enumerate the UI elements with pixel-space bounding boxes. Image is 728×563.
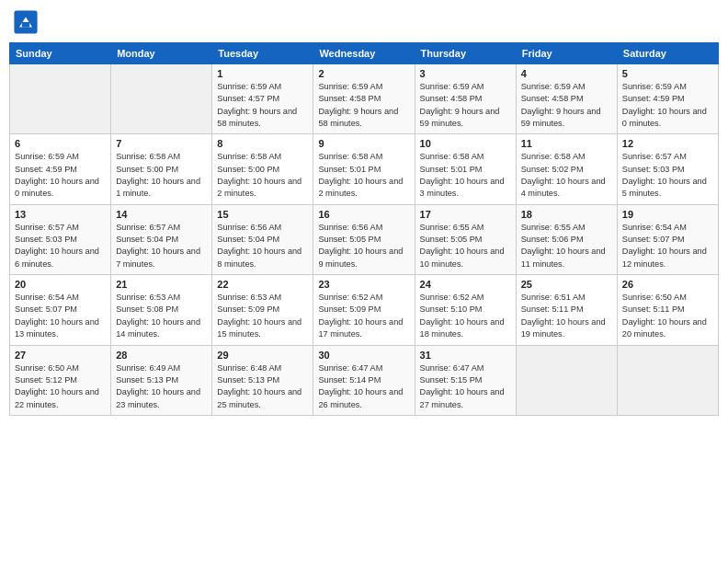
calendar-cell: 14Sunrise: 6:57 AM Sunset: 5:04 PM Dayli… [111,204,212,274]
calendar-cell: 7Sunrise: 6:58 AM Sunset: 5:00 PM Daylig… [111,134,212,204]
day-detail: Sunrise: 6:56 AM Sunset: 5:05 PM Dayligh… [318,222,409,270]
day-detail: Sunrise: 6:53 AM Sunset: 5:09 PM Dayligh… [217,292,308,340]
day-detail: Sunrise: 6:59 AM Sunset: 4:57 PM Dayligh… [217,81,308,130]
day-detail: Sunrise: 6:56 AM Sunset: 5:04 PM Dayligh… [217,222,308,270]
day-number: 9 [318,138,409,149]
calendar-cell: 22Sunrise: 6:53 AM Sunset: 5:09 PM Dayli… [212,275,313,345]
day-number: 21 [116,279,207,290]
calendar-cell: 13Sunrise: 6:57 AM Sunset: 5:03 PM Dayli… [10,204,111,274]
day-number: 23 [318,279,409,290]
day-number: 24 [420,279,511,290]
col-header-saturday: Saturday [617,43,718,64]
calendar-cell: 31Sunrise: 6:47 AM Sunset: 5:15 PM Dayli… [415,345,516,415]
day-detail: Sunrise: 6:53 AM Sunset: 5:08 PM Dayligh… [116,292,207,340]
day-detail: Sunrise: 6:58 AM Sunset: 5:01 PM Dayligh… [318,151,409,200]
day-detail: Sunrise: 6:52 AM Sunset: 5:09 PM Dayligh… [318,292,409,340]
day-detail: Sunrise: 6:48 AM Sunset: 5:13 PM Dayligh… [217,362,308,411]
day-detail: Sunrise: 6:51 AM Sunset: 5:11 PM Dayligh… [521,292,612,340]
day-detail: Sunrise: 6:57 AM Sunset: 5:03 PM Dayligh… [15,222,106,270]
calendar-cell: 12Sunrise: 6:57 AM Sunset: 5:03 PM Dayli… [617,134,718,204]
calendar-cell: 19Sunrise: 6:54 AM Sunset: 5:07 PM Dayli… [617,204,718,274]
day-detail: Sunrise: 6:58 AM Sunset: 5:00 PM Dayligh… [217,151,308,200]
col-header-tuesday: Tuesday [212,43,313,64]
week-row-4: 20Sunrise: 6:54 AM Sunset: 5:07 PM Dayli… [10,275,719,345]
col-header-wednesday: Wednesday [313,43,415,64]
calendar-cell [111,64,212,134]
calendar-cell: 27Sunrise: 6:50 AM Sunset: 5:12 PM Dayli… [10,345,111,415]
calendar-cell: 29Sunrise: 6:48 AM Sunset: 5:13 PM Dayli… [212,345,313,415]
day-detail: Sunrise: 6:59 AM Sunset: 4:59 PM Dayligh… [15,151,106,200]
day-detail: Sunrise: 6:55 AM Sunset: 5:05 PM Dayligh… [420,222,511,270]
day-number: 28 [116,350,207,361]
calendar-cell: 8Sunrise: 6:58 AM Sunset: 5:00 PM Daylig… [212,134,313,204]
day-detail: Sunrise: 6:57 AM Sunset: 5:03 PM Dayligh… [622,151,713,200]
calendar-cell: 20Sunrise: 6:54 AM Sunset: 5:07 PM Dayli… [10,275,111,345]
calendar-header-row: SundayMondayTuesdayWednesdayThursdayFrid… [10,43,719,64]
day-detail: Sunrise: 6:59 AM Sunset: 4:59 PM Dayligh… [622,81,713,130]
day-number: 22 [217,279,308,290]
day-number: 3 [420,68,511,79]
day-number: 29 [217,350,308,361]
calendar-cell: 15Sunrise: 6:56 AM Sunset: 5:04 PM Dayli… [212,204,313,274]
day-detail: Sunrise: 6:58 AM Sunset: 5:02 PM Dayligh… [521,151,612,200]
day-detail: Sunrise: 6:57 AM Sunset: 5:04 PM Dayligh… [116,222,207,270]
day-number: 4 [521,68,612,79]
day-number: 30 [318,350,409,361]
day-number: 16 [318,209,409,220]
day-number: 10 [420,138,511,149]
day-detail: Sunrise: 6:59 AM Sunset: 4:58 PM Dayligh… [318,81,409,130]
calendar-cell: 6Sunrise: 6:59 AM Sunset: 4:59 PM Daylig… [10,134,111,204]
day-number: 7 [116,138,207,149]
day-number: 1 [217,68,308,79]
calendar-cell: 11Sunrise: 6:58 AM Sunset: 5:02 PM Dayli… [516,134,617,204]
calendar-cell: 4Sunrise: 6:59 AM Sunset: 4:58 PM Daylig… [516,64,617,134]
day-number: 11 [521,138,612,149]
day-detail: Sunrise: 6:49 AM Sunset: 5:13 PM Dayligh… [116,362,207,411]
day-number: 12 [622,138,713,149]
calendar-cell [10,64,111,134]
col-header-sunday: Sunday [10,43,111,64]
calendar-cell: 28Sunrise: 6:49 AM Sunset: 5:13 PM Dayli… [111,345,212,415]
day-detail: Sunrise: 6:52 AM Sunset: 5:10 PM Dayligh… [420,292,511,340]
calendar-cell: 3Sunrise: 6:59 AM Sunset: 4:58 PM Daylig… [415,64,516,134]
day-detail: Sunrise: 6:47 AM Sunset: 5:15 PM Dayligh… [420,362,511,411]
day-number: 19 [622,209,713,220]
day-number: 17 [420,209,511,220]
day-detail: Sunrise: 6:58 AM Sunset: 5:01 PM Dayligh… [420,151,511,200]
calendar-cell: 2Sunrise: 6:59 AM Sunset: 4:58 PM Daylig… [313,64,415,134]
calendar-cell: 16Sunrise: 6:56 AM Sunset: 5:05 PM Dayli… [313,204,415,274]
calendar-cell: 25Sunrise: 6:51 AM Sunset: 5:11 PM Dayli… [516,275,617,345]
calendar-cell: 21Sunrise: 6:53 AM Sunset: 5:08 PM Dayli… [111,275,212,345]
day-number: 14 [116,209,207,220]
day-number: 5 [622,68,713,79]
day-detail: Sunrise: 6:50 AM Sunset: 5:12 PM Dayligh… [15,362,106,411]
day-number: 20 [15,279,106,290]
day-detail: Sunrise: 6:54 AM Sunset: 5:07 PM Dayligh… [15,292,106,340]
day-number: 2 [318,68,409,79]
page-header [9,9,719,35]
week-row-5: 27Sunrise: 6:50 AM Sunset: 5:12 PM Dayli… [10,345,719,415]
day-number: 26 [622,279,713,290]
calendar-cell: 1Sunrise: 6:59 AM Sunset: 4:57 PM Daylig… [212,64,313,134]
calendar-cell: 5Sunrise: 6:59 AM Sunset: 4:59 PM Daylig… [617,64,718,134]
week-row-1: 1Sunrise: 6:59 AM Sunset: 4:57 PM Daylig… [10,64,719,134]
logo [13,9,40,35]
calendar-cell: 18Sunrise: 6:55 AM Sunset: 5:06 PM Dayli… [516,204,617,274]
calendar-cell [516,345,617,415]
calendar-cell: 23Sunrise: 6:52 AM Sunset: 5:09 PM Dayli… [313,275,415,345]
day-number: 6 [15,138,106,149]
day-detail: Sunrise: 6:55 AM Sunset: 5:06 PM Dayligh… [521,222,612,270]
calendar-table: SundayMondayTuesdayWednesdayThursdayFrid… [9,42,719,416]
col-header-monday: Monday [111,43,212,64]
calendar-cell: 26Sunrise: 6:50 AM Sunset: 5:11 PM Dayli… [617,275,718,345]
calendar-cell [617,345,718,415]
logo-icon [13,9,39,35]
week-row-3: 13Sunrise: 6:57 AM Sunset: 5:03 PM Dayli… [10,204,719,274]
day-number: 25 [521,279,612,290]
day-detail: Sunrise: 6:59 AM Sunset: 4:58 PM Dayligh… [420,81,511,130]
day-number: 15 [217,209,308,220]
col-header-thursday: Thursday [415,43,516,64]
calendar-cell: 10Sunrise: 6:58 AM Sunset: 5:01 PM Dayli… [415,134,516,204]
day-detail: Sunrise: 6:50 AM Sunset: 5:11 PM Dayligh… [622,292,713,340]
day-detail: Sunrise: 6:54 AM Sunset: 5:07 PM Dayligh… [622,222,713,270]
